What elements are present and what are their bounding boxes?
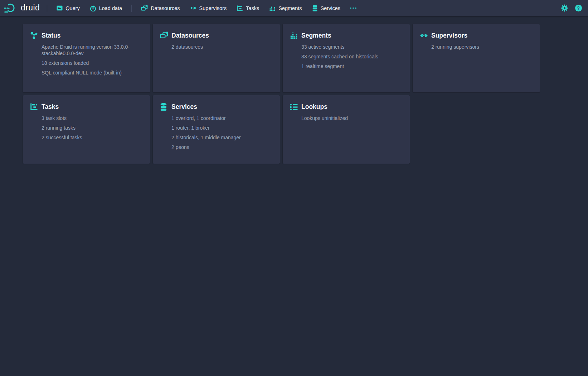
card-segments[interactable]: Segments 33 active segments 33 segments … [283, 24, 410, 92]
card-line: SQL compliant NULL mode (built-in) [42, 69, 143, 76]
nav-item-label: Services [321, 5, 341, 11]
nav-item-segments[interactable]: Segments [264, 0, 307, 16]
card-status[interactable]: Status Apache Druid is running version 3… [23, 24, 150, 92]
card-line: 2 historicals, 1 middle manager [171, 134, 273, 141]
card-line: 18 extensions loaded [42, 60, 143, 66]
gantt-icon [30, 103, 39, 111]
nav-item-tasks[interactable]: Tasks [232, 0, 264, 16]
card-title: Datasources [171, 31, 273, 40]
card-title: Lookups [301, 102, 403, 111]
eye-icon [420, 32, 428, 40]
druid-logo[interactable]: druid [4, 2, 40, 14]
nav-item-supervisors[interactable]: Supervisors [185, 0, 232, 16]
help-button[interactable]: ? [574, 4, 583, 13]
card-line: 1 overlord, 1 coordinator [171, 115, 273, 121]
nav-item-label: Supervisors [199, 5, 227, 11]
nav-item-load-data[interactable]: Load data [85, 0, 127, 16]
nav-divider [47, 5, 47, 12]
help-glyph: ? [577, 6, 580, 10]
card-line: 2 running supervisors [431, 44, 533, 50]
card-services[interactable]: Services 1 overlord, 1 coordinator 1 rou… [153, 95, 280, 164]
help-icon: ? [575, 5, 582, 11]
card-line: 2 peons [171, 144, 273, 150]
ellipsis-icon [350, 8, 351, 9]
card-title: Supervisors [431, 31, 533, 40]
card-title: Services [171, 102, 273, 111]
nav-item-services[interactable]: Services [307, 0, 346, 16]
card-tasks[interactable]: Tasks 3 task slots 2 running tasks 2 suc… [23, 95, 150, 164]
nav-item-datasources[interactable]: Datasources [136, 0, 185, 16]
card-line: 3 task slots [42, 115, 143, 121]
card-lookups[interactable]: Lookups Lookups uninitialized [283, 95, 410, 164]
top-navbar: druid Query Load data [0, 0, 588, 16]
nav-item-label: Tasks [246, 5, 259, 11]
card-line: 33 segments cached on historicals [301, 53, 403, 60]
nav-item-label: Load data [99, 5, 122, 11]
database-icon [312, 5, 318, 11]
settings-button[interactable] [560, 4, 569, 13]
card-title: Status [42, 31, 143, 40]
card-line: Apache Druid is running version 33.0.0-s… [42, 44, 143, 57]
card-datasources[interactable]: Datasources 2 datasources [153, 24, 280, 92]
eye-icon [190, 6, 196, 10]
druid-wordmark: druid [21, 4, 40, 13]
card-title: Segments [301, 31, 403, 40]
nav-more-button[interactable] [345, 0, 361, 16]
gantt-icon [237, 5, 243, 11]
stacked-chart-icon [290, 32, 298, 40]
stacked-chart-icon [269, 5, 276, 11]
card-line: 2 running tasks [42, 125, 143, 131]
nav-right-actions: ? [560, 4, 583, 13]
nav-item-label: Query [65, 5, 80, 11]
nav-divider [131, 5, 132, 12]
gear-icon [561, 4, 568, 12]
database-icon [160, 103, 169, 111]
graph-icon [30, 32, 39, 40]
upload-icon [90, 5, 96, 11]
card-line: 33 active segments [301, 44, 403, 50]
home-view: Status Apache Druid is running version 3… [0, 16, 588, 164]
nav-item-label: Segments [278, 5, 302, 11]
card-line: Lookups uninitialized [301, 115, 403, 121]
console-icon [57, 5, 63, 11]
nav-item-query[interactable]: Query [52, 0, 85, 16]
layers-icon [141, 5, 148, 11]
layers-icon [160, 32, 169, 40]
card-line: 1 realtime segment [301, 63, 403, 69]
card-line: 1 router, 1 broker [171, 125, 273, 131]
card-line: 2 successful tasks [42, 134, 143, 141]
card-line: 2 datasources [171, 44, 273, 50]
card-title: Tasks [42, 102, 143, 111]
druid-swirl-icon [4, 2, 18, 14]
properties-icon [290, 103, 298, 111]
status-cards-grid: Status Apache Druid is running version 3… [23, 24, 541, 164]
nav-item-label: Datasources [151, 5, 180, 11]
card-supervisors[interactable]: Supervisors 2 running supervisors [413, 24, 540, 92]
